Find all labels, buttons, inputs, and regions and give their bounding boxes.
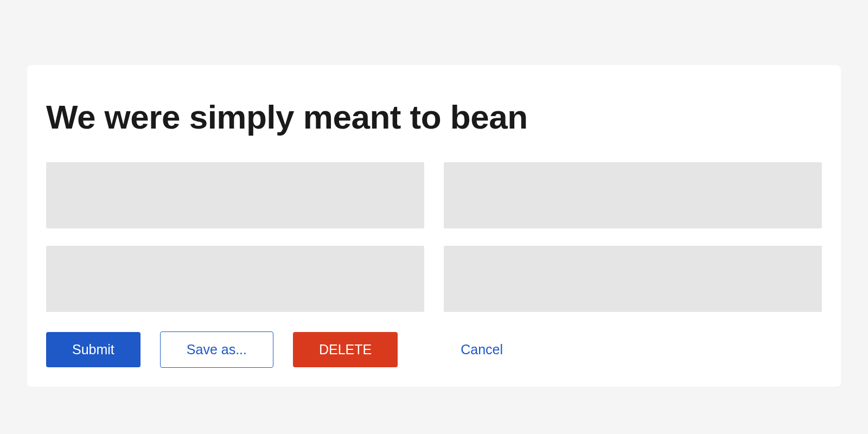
field-3[interactable] bbox=[46, 246, 424, 312]
cancel-button[interactable]: Cancel bbox=[439, 332, 525, 367]
field-1[interactable] bbox=[46, 162, 424, 228]
fields-grid bbox=[46, 162, 822, 312]
field-2[interactable] bbox=[444, 162, 822, 228]
delete-button[interactable]: DELETE bbox=[293, 332, 398, 367]
field-4[interactable] bbox=[444, 246, 822, 312]
submit-button[interactable]: Submit bbox=[46, 332, 141, 367]
save-as-button[interactable]: Save as... bbox=[160, 331, 273, 368]
button-row: Submit Save as... DELETE Cancel bbox=[46, 331, 822, 368]
page-title: We were simply meant to bean bbox=[46, 98, 822, 136]
form-card: We were simply meant to bean Submit Save… bbox=[27, 65, 841, 387]
